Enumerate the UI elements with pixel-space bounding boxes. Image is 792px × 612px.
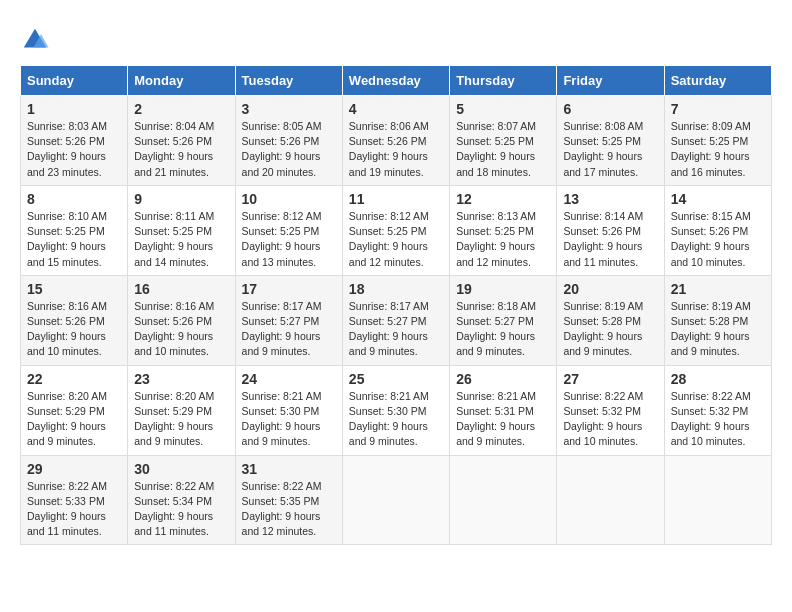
day-header-monday: Monday [128,66,235,96]
cell-content: Sunrise: 8:14 AMSunset: 5:26 PMDaylight:… [563,209,657,270]
calendar-cell: 24Sunrise: 8:21 AMSunset: 5:30 PMDayligh… [235,365,342,455]
calendar-cell: 12Sunrise: 8:13 AMSunset: 5:25 PMDayligh… [450,185,557,275]
calendar-cell: 8Sunrise: 8:10 AMSunset: 5:25 PMDaylight… [21,185,128,275]
calendar-cell: 29Sunrise: 8:22 AMSunset: 5:33 PMDayligh… [21,455,128,545]
calendar-cell: 7Sunrise: 8:09 AMSunset: 5:25 PMDaylight… [664,96,771,186]
day-header-saturday: Saturday [664,66,771,96]
cell-content: Sunrise: 8:12 AMSunset: 5:25 PMDaylight:… [242,209,336,270]
calendar-cell: 16Sunrise: 8:16 AMSunset: 5:26 PMDayligh… [128,275,235,365]
day-number: 28 [671,371,765,387]
calendar-cell: 27Sunrise: 8:22 AMSunset: 5:32 PMDayligh… [557,365,664,455]
day-number: 30 [134,461,228,477]
day-header-thursday: Thursday [450,66,557,96]
day-number: 27 [563,371,657,387]
cell-content: Sunrise: 8:05 AMSunset: 5:26 PMDaylight:… [242,119,336,180]
calendar-cell: 17Sunrise: 8:17 AMSunset: 5:27 PMDayligh… [235,275,342,365]
calendar-cell: 2Sunrise: 8:04 AMSunset: 5:26 PMDaylight… [128,96,235,186]
cell-content: Sunrise: 8:20 AMSunset: 5:29 PMDaylight:… [27,389,121,450]
cell-content: Sunrise: 8:18 AMSunset: 5:27 PMDaylight:… [456,299,550,360]
cell-content: Sunrise: 8:15 AMSunset: 5:26 PMDaylight:… [671,209,765,270]
day-number: 20 [563,281,657,297]
cell-content: Sunrise: 8:21 AMSunset: 5:31 PMDaylight:… [456,389,550,450]
logo-icon [20,25,50,55]
logo [20,25,54,55]
day-header-friday: Friday [557,66,664,96]
calendar-cell: 11Sunrise: 8:12 AMSunset: 5:25 PMDayligh… [342,185,449,275]
day-number: 18 [349,281,443,297]
days-header-row: SundayMondayTuesdayWednesdayThursdayFrid… [21,66,772,96]
calendar-cell [450,455,557,545]
calendar-cell: 28Sunrise: 8:22 AMSunset: 5:32 PMDayligh… [664,365,771,455]
day-number: 23 [134,371,228,387]
calendar-cell [664,455,771,545]
cell-content: Sunrise: 8:22 AMSunset: 5:32 PMDaylight:… [563,389,657,450]
calendar-week-row: 29Sunrise: 8:22 AMSunset: 5:33 PMDayligh… [21,455,772,545]
calendar-cell: 3Sunrise: 8:05 AMSunset: 5:26 PMDaylight… [235,96,342,186]
day-number: 29 [27,461,121,477]
cell-content: Sunrise: 8:03 AMSunset: 5:26 PMDaylight:… [27,119,121,180]
calendar-week-row: 1Sunrise: 8:03 AMSunset: 5:26 PMDaylight… [21,96,772,186]
calendar-cell: 13Sunrise: 8:14 AMSunset: 5:26 PMDayligh… [557,185,664,275]
calendar-week-row: 15Sunrise: 8:16 AMSunset: 5:26 PMDayligh… [21,275,772,365]
cell-content: Sunrise: 8:16 AMSunset: 5:26 PMDaylight:… [134,299,228,360]
cell-content: Sunrise: 8:19 AMSunset: 5:28 PMDaylight:… [563,299,657,360]
cell-content: Sunrise: 8:04 AMSunset: 5:26 PMDaylight:… [134,119,228,180]
calendar-cell: 25Sunrise: 8:21 AMSunset: 5:30 PMDayligh… [342,365,449,455]
calendar-cell: 15Sunrise: 8:16 AMSunset: 5:26 PMDayligh… [21,275,128,365]
calendar-cell: 18Sunrise: 8:17 AMSunset: 5:27 PMDayligh… [342,275,449,365]
cell-content: Sunrise: 8:19 AMSunset: 5:28 PMDaylight:… [671,299,765,360]
day-number: 1 [27,101,121,117]
day-number: 24 [242,371,336,387]
calendar-cell: 26Sunrise: 8:21 AMSunset: 5:31 PMDayligh… [450,365,557,455]
cell-content: Sunrise: 8:07 AMSunset: 5:25 PMDaylight:… [456,119,550,180]
calendar-cell: 20Sunrise: 8:19 AMSunset: 5:28 PMDayligh… [557,275,664,365]
day-number: 2 [134,101,228,117]
calendar-table: SundayMondayTuesdayWednesdayThursdayFrid… [20,65,772,545]
day-header-tuesday: Tuesday [235,66,342,96]
calendar-cell: 6Sunrise: 8:08 AMSunset: 5:25 PMDaylight… [557,96,664,186]
day-number: 9 [134,191,228,207]
calendar-cell: 23Sunrise: 8:20 AMSunset: 5:29 PMDayligh… [128,365,235,455]
calendar-cell: 5Sunrise: 8:07 AMSunset: 5:25 PMDaylight… [450,96,557,186]
calendar-cell [342,455,449,545]
day-number: 14 [671,191,765,207]
calendar-cell: 1Sunrise: 8:03 AMSunset: 5:26 PMDaylight… [21,96,128,186]
cell-content: Sunrise: 8:22 AMSunset: 5:32 PMDaylight:… [671,389,765,450]
calendar-cell: 10Sunrise: 8:12 AMSunset: 5:25 PMDayligh… [235,185,342,275]
day-number: 31 [242,461,336,477]
day-number: 26 [456,371,550,387]
day-number: 11 [349,191,443,207]
day-number: 7 [671,101,765,117]
header [20,20,772,55]
cell-content: Sunrise: 8:08 AMSunset: 5:25 PMDaylight:… [563,119,657,180]
cell-content: Sunrise: 8:17 AMSunset: 5:27 PMDaylight:… [242,299,336,360]
day-number: 13 [563,191,657,207]
day-number: 8 [27,191,121,207]
day-number: 10 [242,191,336,207]
day-header-sunday: Sunday [21,66,128,96]
day-header-wednesday: Wednesday [342,66,449,96]
day-number: 21 [671,281,765,297]
calendar-cell: 19Sunrise: 8:18 AMSunset: 5:27 PMDayligh… [450,275,557,365]
cell-content: Sunrise: 8:13 AMSunset: 5:25 PMDaylight:… [456,209,550,270]
calendar-cell: 9Sunrise: 8:11 AMSunset: 5:25 PMDaylight… [128,185,235,275]
cell-content: Sunrise: 8:06 AMSunset: 5:26 PMDaylight:… [349,119,443,180]
cell-content: Sunrise: 8:16 AMSunset: 5:26 PMDaylight:… [27,299,121,360]
day-number: 4 [349,101,443,117]
day-number: 5 [456,101,550,117]
day-number: 16 [134,281,228,297]
cell-content: Sunrise: 8:21 AMSunset: 5:30 PMDaylight:… [242,389,336,450]
cell-content: Sunrise: 8:09 AMSunset: 5:25 PMDaylight:… [671,119,765,180]
day-number: 3 [242,101,336,117]
calendar-cell [557,455,664,545]
cell-content: Sunrise: 8:12 AMSunset: 5:25 PMDaylight:… [349,209,443,270]
cell-content: Sunrise: 8:20 AMSunset: 5:29 PMDaylight:… [134,389,228,450]
calendar-cell: 31Sunrise: 8:22 AMSunset: 5:35 PMDayligh… [235,455,342,545]
calendar-cell: 4Sunrise: 8:06 AMSunset: 5:26 PMDaylight… [342,96,449,186]
day-number: 19 [456,281,550,297]
day-number: 25 [349,371,443,387]
day-number: 22 [27,371,121,387]
day-number: 15 [27,281,121,297]
cell-content: Sunrise: 8:21 AMSunset: 5:30 PMDaylight:… [349,389,443,450]
day-number: 6 [563,101,657,117]
